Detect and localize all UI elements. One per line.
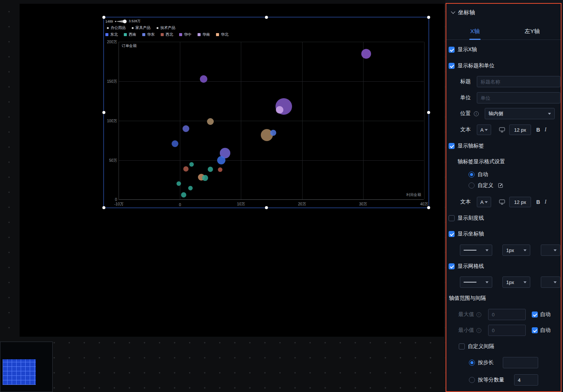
legend-square-icon: [124, 33, 127, 36]
unit-input[interactable]: [477, 92, 560, 103]
axis-settings-panel: 坐标轴 X轴 左Y轴 显示X轴 显示标题和单位 标题 单位 位置 轴内侧: [446, 3, 561, 392]
italic-button[interactable]: I: [545, 127, 546, 133]
font-color-picker[interactable]: A: [477, 197, 491, 207]
bubble[interactable]: [207, 118, 214, 125]
collapse-chevron-icon[interactable]: [451, 9, 455, 14]
screen-icon[interactable]: [498, 125, 506, 134]
divisions-input[interactable]: [514, 374, 538, 386]
selection-handle[interactable]: [265, 206, 268, 209]
title-input[interactable]: [477, 76, 560, 87]
legend-square-icon: [105, 33, 108, 36]
category-legend-item[interactable]: 家具产品: [132, 25, 151, 30]
show-ticks-checkbox[interactable]: [449, 215, 455, 221]
selection-handle[interactable]: [102, 206, 105, 209]
legend-square-icon: [198, 33, 201, 36]
bubble[interactable]: [183, 125, 189, 132]
min-auto-checkbox[interactable]: [532, 327, 538, 333]
show-x-axis-label: 显示X轴: [458, 46, 477, 53]
line-style-sample: [464, 282, 476, 283]
show-title-unit-checkbox[interactable]: [449, 63, 455, 69]
step-input[interactable]: [503, 357, 538, 368]
category-legend-item[interactable]: 办公用品: [107, 25, 126, 30]
selection-handle[interactable]: [427, 111, 430, 114]
by-step-radio[interactable]: [469, 360, 475, 366]
format-auto-radio[interactable]: [469, 172, 475, 178]
show-axis-label-checkbox[interactable]: [449, 143, 455, 149]
region-legend-item[interactable]: 东北: [105, 32, 118, 37]
tab-x-axis[interactable]: X轴: [446, 23, 504, 40]
show-x-axis-checkbox[interactable]: [449, 47, 455, 53]
grid-line-color-select[interactable]: [541, 277, 560, 288]
region-legend-item[interactable]: 西北: [161, 32, 173, 37]
grid-line-controls: 1px: [460, 277, 560, 288]
show-x-axis-row: 显示X轴: [449, 44, 477, 55]
region-legend-item[interactable]: 华中: [179, 32, 192, 37]
bubble[interactable]: [217, 156, 225, 164]
show-title-unit-label: 显示标题和单位: [458, 62, 495, 69]
y-tick-label: 200万: [107, 40, 117, 45]
artboard[interactable]: 1489 3.528万 办公用品家具产品技术产品 东北西南华东西北华中华南华北 …: [20, 4, 444, 337]
axis-line-width-select[interactable]: 1px: [502, 245, 530, 256]
bubble[interactable]: [177, 181, 181, 186]
chevron-down-icon: [523, 281, 526, 283]
selection-handle[interactable]: [427, 206, 430, 209]
bubble[interactable]: [189, 162, 194, 167]
bubble[interactable]: [270, 130, 276, 136]
bubble[interactable]: [188, 186, 193, 190]
grid-line-style-select[interactable]: [460, 277, 492, 288]
show-axis-label-row: 显示轴标签: [449, 140, 484, 152]
bubble[interactable]: [361, 49, 371, 59]
chevron-down-icon: [485, 129, 488, 131]
show-axis-line-checkbox[interactable]: [449, 231, 455, 237]
italic-button[interactable]: I: [545, 199, 546, 205]
category-legend-item[interactable]: 技术产品: [157, 25, 175, 30]
show-grid-checkbox[interactable]: [449, 263, 455, 269]
gridline: [119, 160, 424, 161]
bubble[interactable]: [172, 140, 178, 147]
bubble[interactable]: [218, 167, 222, 172]
gridline: [424, 42, 425, 199]
custom-interval-checkbox[interactable]: [459, 343, 465, 349]
selection-handle[interactable]: [102, 111, 105, 114]
selection-handle[interactable]: [427, 16, 430, 19]
font-color-picker[interactable]: A: [477, 125, 491, 135]
bubble[interactable]: [202, 175, 208, 181]
canvas-workspace[interactable]: 1489 3.528万 办公用品家具产品技术产品 东北西南华东西北华中华南华北 …: [0, 0, 445, 392]
max-auto-checkbox[interactable]: [532, 311, 538, 318]
bubble[interactable]: [181, 192, 186, 198]
axis-line-color-select[interactable]: [541, 245, 560, 256]
format-custom-radio[interactable]: [469, 182, 475, 188]
region-legend-item[interactable]: 华东: [142, 32, 155, 37]
selection-handle[interactable]: [265, 16, 268, 19]
plot-area[interactable]: 订单金额 利润金额 -10万010万20万30万40万200万150万100万5…: [119, 42, 424, 200]
grid-line-width-select[interactable]: 1px: [502, 277, 530, 288]
x-tick-label: 20万: [298, 202, 306, 207]
mini-widget-preview[interactable]: [0, 342, 53, 392]
x-tick-label: -10万: [114, 202, 123, 207]
region-legend-item[interactable]: 华南: [198, 32, 210, 37]
legend-dot-icon: [157, 27, 158, 29]
position-select[interactable]: 轴内侧: [485, 108, 555, 119]
font-size-box[interactable]: 12 px: [509, 125, 531, 135]
region-legend-item[interactable]: 华北: [216, 32, 228, 37]
gridline: [119, 81, 424, 82]
bubble[interactable]: [276, 106, 283, 114]
bubble[interactable]: [183, 166, 189, 172]
x-axis-title: 利润金额: [406, 192, 421, 198]
font-size-box[interactable]: 12 px: [509, 197, 531, 207]
bubble[interactable]: [208, 167, 213, 172]
chevron-down-icon: [523, 249, 526, 251]
custom-interval-row: 自定义间隔: [459, 341, 494, 352]
by-divisions-radio[interactable]: [469, 377, 475, 383]
region-legend-item[interactable]: 西南: [124, 32, 136, 37]
screen-icon[interactable]: [498, 198, 506, 207]
axis-line-style-select[interactable]: [460, 245, 492, 256]
mini-table-thumbnail: [3, 359, 36, 385]
selection-handle[interactable]: [102, 16, 105, 19]
tab-left-y-axis[interactable]: 左Y轴: [504, 23, 561, 40]
chart-widget[interactable]: 1489 3.528万 办公用品家具产品技术产品 东北西南华东西北华中华南华北 …: [103, 17, 429, 208]
bold-button[interactable]: B: [536, 127, 540, 133]
edit-icon[interactable]: [496, 181, 505, 190]
format-auto-row: 自动: [469, 170, 488, 179]
bold-button[interactable]: B: [536, 199, 540, 205]
